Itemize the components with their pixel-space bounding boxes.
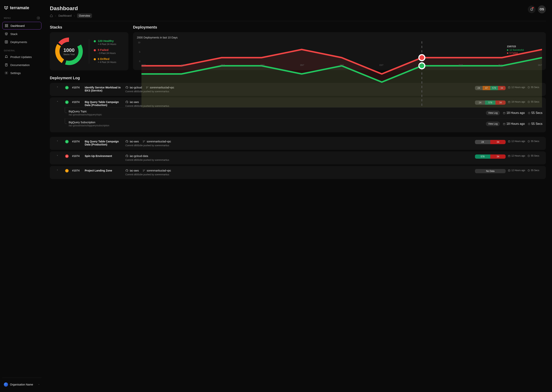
- view-log-button[interactable]: View Log: [486, 122, 500, 126]
- deployments-chart: 1050 16/717/718/719/720/721/722/723/724/…: [137, 41, 542, 66]
- deployments-icon: [5, 40, 8, 44]
- branch: sorenmartius/ad-vpc: [143, 169, 171, 172]
- log-title: Project Landing Zone: [85, 169, 123, 172]
- log-child: BigQuery Subscription /iac-gcloud/stacks…: [65, 118, 542, 129]
- sidebar-item-label: Product Updates: [10, 55, 32, 59]
- svg-rect-3: [5, 26, 6, 27]
- chevron-right-icon[interactable]: [53, 154, 62, 156]
- status-icon: ✓: [64, 140, 70, 143]
- breadcrumb-dashboard[interactable]: Dashboard: [58, 14, 72, 17]
- chevron-right-icon: ›: [55, 14, 56, 17]
- sidebar-item-label: Dashboard: [11, 24, 25, 27]
- chevron-down-icon: [38, 384, 40, 385]
- sidebar-item-dashboard[interactable]: Dashboard: [2, 22, 41, 29]
- svg-point-27: [143, 142, 144, 142]
- repo: iac-aws: [125, 169, 139, 172]
- dashboard-icon: [5, 24, 8, 27]
- chevron-down-icon[interactable]: [53, 100, 62, 102]
- breadcrumb: › Dashboard › Overview: [50, 14, 92, 18]
- log-child: BigQuery Topic /iac-gcloud/stacks/bigque…: [65, 107, 542, 118]
- sidebar-item-updates[interactable]: Product Updates: [2, 53, 41, 61]
- sidebar-item-settings[interactable]: Settings: [2, 69, 41, 77]
- status-icon: ✓: [64, 100, 70, 104]
- sidebar-item-docs[interactable]: Documentation: [2, 61, 41, 69]
- svg-rect-31: [508, 155, 510, 157]
- collapse-icon[interactable]: [37, 16, 40, 20]
- chevron-right-icon[interactable]: [53, 86, 62, 88]
- time-ago: 18 Hours ago: [503, 122, 525, 126]
- view-log-button[interactable]: View Log: [486, 111, 500, 115]
- log-row[interactable]: ✓ #1074 Big Query Table Campaign Data (P…: [50, 137, 546, 150]
- svg-rect-1: [5, 24, 6, 25]
- time-ago: 12 Hours ago: [508, 154, 525, 157]
- sidebar-item-label: Stack: [10, 32, 18, 35]
- log-title: Spin Up Environment: [85, 154, 123, 158]
- no-data: No Data: [475, 169, 506, 173]
- stacks-title: Stacks: [50, 25, 128, 29]
- svg-point-6: [6, 41, 7, 42]
- log-title: Big Query Table Campaign Data (Productio…: [85, 100, 123, 107]
- stacks-total-label: Stacks Total: [63, 53, 74, 56]
- notifications-button[interactable]: [528, 6, 536, 13]
- svg-rect-29: [508, 140, 510, 142]
- chart-tooltip: 23/07/23 12 Successful 5 Failed: [507, 45, 524, 55]
- docs-icon: [5, 63, 8, 67]
- org-name: Organisation Name: [10, 383, 33, 386]
- deployments-card: 2000 Deployments in last 10 Days 1050 16…: [133, 32, 546, 70]
- child-title: BigQuery Topic: [69, 110, 102, 113]
- child-title: BigQuery Subscription: [69, 121, 109, 124]
- sidebar-item-stack[interactable]: Stack: [2, 30, 41, 37]
- svg-rect-5: [5, 41, 8, 43]
- org-icon: [4, 382, 8, 387]
- svg-point-35: [145, 170, 145, 170]
- stacks-donut: 1000 Stacks Total: [54, 36, 84, 67]
- svg-point-26: [143, 140, 144, 141]
- page-title: Dashboard: [50, 5, 92, 12]
- breadcrumb-current[interactable]: Overview: [77, 14, 92, 18]
- home-icon[interactable]: [50, 14, 53, 17]
- chevron-right-icon[interactable]: [53, 169, 62, 171]
- svg-point-34: [143, 171, 144, 171]
- status-icon: ✕: [64, 154, 70, 158]
- svg-point-28: [145, 140, 145, 141]
- sidebar-item-label: Settings: [10, 71, 21, 75]
- repo: iac-gcloud: [125, 86, 142, 89]
- org-selector[interactable]: Organisation Name: [2, 381, 41, 388]
- commit: Commit d600c8e pushed by soerenmartius: [125, 144, 473, 147]
- svg-rect-22: [503, 112, 505, 114]
- time-dur: 55 Secs: [527, 169, 539, 172]
- log-id: #1074: [72, 140, 82, 143]
- time-dur: 55 Secs: [528, 122, 542, 126]
- svg-rect-24: [503, 123, 505, 125]
- avatar-initials: OS: [539, 8, 544, 11]
- log-children: BigQuery Topic /iac-gcloud/stacks/bigque…: [50, 107, 546, 132]
- log-id: #1074: [72, 100, 82, 104]
- svg-rect-2: [7, 24, 8, 25]
- time-ago: 12 Hours ago: [508, 169, 525, 172]
- time-ago: 18 Hours ago: [503, 111, 525, 115]
- log-row[interactable]: − #1074 Project Landing Zone iac-aws sor…: [50, 166, 546, 179]
- avatar[interactable]: OS: [538, 5, 546, 14]
- time-ago: 12 Hours ago: [508, 140, 525, 143]
- sidebar-item-label: Documentation: [10, 63, 30, 67]
- stat-bar: 2434: [475, 140, 506, 144]
- status-icon: ✓: [64, 86, 70, 89]
- brand-icon: [4, 6, 8, 10]
- log-row[interactable]: ✕ #1074 Spin Up Environment iac-gcloud-d…: [50, 151, 546, 164]
- topbar: Dashboard › Dashboard › Overview OS: [50, 5, 546, 21]
- updates-icon: [5, 55, 8, 59]
- stacks-total: 1000: [64, 47, 74, 53]
- svg-point-8: [6, 73, 7, 73]
- notification-dot: [532, 7, 534, 8]
- svg-point-33: [143, 170, 144, 170]
- time-dur: 55 Secs: [527, 154, 539, 157]
- sidebar-item-deployments[interactable]: Deployments: [2, 38, 41, 46]
- legend-healthy: 120 Healthy + 4 Past 24 Hours: [94, 39, 116, 46]
- commit: Commit d600c8e pushed by soerenmartius: [125, 173, 473, 176]
- log-title: Big Query Table Campaign Data (Productio…: [85, 140, 123, 146]
- stacks-card: 1000 Stacks Total 120 Healthy + 4 Past 2…: [50, 32, 128, 70]
- chevron-right-icon[interactable]: [53, 140, 62, 142]
- log-id: #1074: [72, 86, 82, 89]
- sidebar: terramate MENU DashboardStackDeployments…: [0, 0, 44, 392]
- main: Dashboard › Dashboard › Overview OS: [44, 0, 552, 392]
